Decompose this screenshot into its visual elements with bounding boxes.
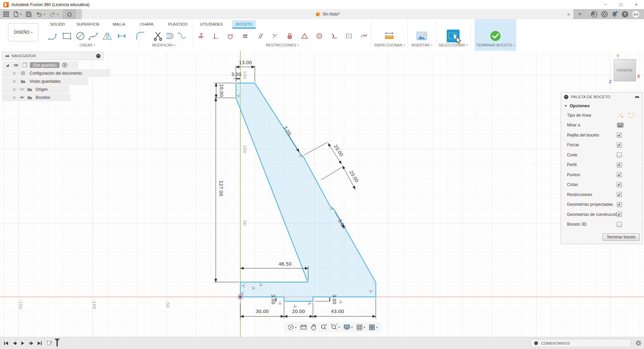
spline-tool-icon[interactable]	[88, 31, 98, 41]
checkbox-puntos[interactable]: ✓	[617, 172, 622, 177]
group-modificar-label[interactable]: MODIFICAR	[152, 43, 173, 47]
comments-bar[interactable]: COMENTARIOS	[530, 339, 631, 347]
timeline-position-marker[interactable]	[54, 339, 61, 349]
centerline-icon[interactable]	[628, 112, 635, 118]
activate-target-icon[interactable]	[62, 63, 67, 68]
undo-caret-icon[interactable]: ▾	[44, 13, 45, 16]
timeline-step-back-button[interactable]	[12, 341, 17, 346]
navigator-minus-icon[interactable]: −	[96, 54, 100, 58]
terminar-boceto-button[interactable]: Terminar boceto	[603, 233, 640, 241]
pan-tool[interactable]	[311, 324, 317, 331]
settings-gear-icon[interactable]	[635, 340, 642, 346]
redo-icon[interactable]	[49, 11, 56, 17]
job-status-icon[interactable]	[591, 11, 598, 18]
tab-superficie[interactable]: SUPERFICIE	[73, 20, 103, 29]
visibility-eye-icon[interactable]	[13, 63, 19, 67]
viewports-tool[interactable]: ▾	[369, 324, 377, 331]
circle-tool-icon[interactable]	[75, 31, 86, 41]
tree-item-vistas-guardadas[interactable]: ▷ Vistas guardadas	[2, 77, 88, 85]
zoom-tool[interactable]	[320, 324, 327, 331]
constraint-midpoint-icon[interactable]	[330, 32, 338, 40]
timeline-go-to-end-button[interactable]	[37, 341, 42, 346]
new-tab-button[interactable]: +	[573, 9, 586, 19]
dim-foot-length[interactable]: 46.50	[279, 261, 292, 267]
dim-bottom-notch[interactable]: 20.00	[292, 309, 305, 314]
dim-notch-depth-left[interactable]: 3.00	[271, 294, 276, 304]
history-clock-icon[interactable]	[601, 11, 608, 18]
checkbox-boceto-3d[interactable]	[617, 222, 622, 227]
tab-utilidades[interactable]: UTILIDADES	[196, 20, 227, 29]
maximize-button[interactable]: □	[613, 0, 629, 9]
timeline-go-to-start-button[interactable]	[3, 341, 9, 346]
line-arc-tool-icon[interactable]	[47, 31, 58, 41]
tree-item-label[interactable]: Configuración del documento	[30, 71, 82, 76]
navigator-collapse-icon[interactable]: ◀◀	[5, 54, 8, 57]
checkbox-restricciones[interactable]: ✓	[617, 192, 622, 197]
constraint-fixed-icon[interactable]	[197, 32, 205, 40]
sketch-dimension-tool-icon[interactable]	[116, 31, 127, 41]
timeline-sketch-feature[interactable]	[46, 340, 52, 346]
dim-left-height[interactable]: 127.00	[218, 180, 224, 196]
trim-scissors-icon[interactable]	[153, 31, 163, 41]
redo-caret-icon[interactable]: ▾	[57, 13, 58, 16]
checkbox-rejilla[interactable]: ✓	[617, 132, 622, 138]
constraint-tangent-icon[interactable]	[227, 32, 234, 40]
app-grid-icon[interactable]	[3, 11, 9, 17]
document-tab[interactable]: Sin título* ×	[82, 9, 573, 19]
notifications-bell-icon[interactable]	[611, 11, 618, 18]
tree-item-configuracion[interactable]: ▷ Configuración del documento	[2, 69, 110, 77]
constraint-curvature-icon[interactable]	[360, 32, 367, 40]
dim-notch-depth-right[interactable]: 3.00	[332, 294, 337, 304]
dim-slant-span-lower[interactable]: 20.00	[348, 169, 360, 183]
tab-malla[interactable]: MALLA	[109, 20, 129, 29]
measure-ruler-icon[interactable]	[384, 31, 395, 41]
constraint-equal-icon[interactable]	[242, 32, 249, 40]
tree-expander-icon[interactable]: ▷	[13, 71, 17, 75]
group-insertar-label[interactable]: INSERTAR	[411, 43, 430, 47]
minimize-button[interactable]: −	[598, 0, 613, 9]
file-menu-caret-icon[interactable]: ▾	[20, 13, 22, 16]
checkbox-geometrias-proyectadas[interactable]: ✓	[617, 202, 622, 207]
origin-point[interactable]	[238, 295, 243, 300]
visibility-eye-icon[interactable]	[19, 95, 25, 99]
timeline-step-forward-button[interactable]	[29, 341, 34, 346]
viewcube[interactable]: FRONTAL	[614, 59, 636, 81]
tab-solido[interactable]: SOLIDO	[46, 20, 68, 29]
edit-spline-icon[interactable]	[176, 31, 187, 41]
home-view-button[interactable]	[63, 9, 76, 19]
grid-settings-tool[interactable]: ▾	[356, 324, 365, 331]
group-inspeccionar-label[interactable]: INSPECCIONAR	[374, 43, 402, 47]
look-at-icon[interactable]	[617, 122, 624, 128]
help-icon[interactable]: ?	[621, 11, 629, 18]
visibility-eye-icon[interactable]	[19, 87, 25, 91]
constraint-polygon-icon[interactable]	[301, 32, 308, 40]
display-settings-tool[interactable]: ▾	[344, 324, 353, 330]
rectangle-tool-icon[interactable]	[62, 31, 72, 41]
undo-icon[interactable]	[36, 11, 42, 17]
constraint-parallel-icon[interactable]	[256, 32, 264, 40]
dim-bottom-left[interactable]: 30.00	[256, 309, 269, 314]
constraint-concentric-icon[interactable]	[316, 32, 323, 40]
tree-expander-icon[interactable]: ▷	[13, 95, 17, 99]
sketch-profile[interactable]	[236, 83, 376, 301]
tree-expander-icon[interactable]: ▷	[13, 87, 17, 91]
constraint-symmetry-icon[interactable]	[345, 32, 353, 40]
tree-item-label[interactable]: Bocetos	[36, 95, 50, 100]
group-crear-label[interactable]: CREAR	[80, 43, 93, 47]
dim-upper-left-edge[interactable]: 10.00	[219, 84, 224, 97]
checkbox-geometrias-construccion[interactable]: ✓	[617, 212, 622, 217]
mirror-tool-icon[interactable]	[102, 31, 113, 41]
fit-view-tool[interactable]: ▾	[331, 324, 340, 331]
constraint-lock-icon[interactable]	[286, 32, 293, 40]
sketch-canvas[interactable]: 13.00 3.00 10.00 127.00 46.50 30.00 20.0…	[0, 51, 644, 337]
look-at-tool[interactable]	[300, 324, 307, 330]
offset-tool-icon[interactable]	[164, 31, 175, 41]
tab-boceto[interactable]: BOCETO	[232, 20, 256, 29]
root-document-label[interactable]: (Sin guardar)	[30, 62, 59, 68]
insert-image-icon[interactable]	[416, 31, 428, 41]
checkbox-cotas[interactable]: ✓	[617, 182, 622, 187]
construction-line-icon[interactable]	[617, 112, 623, 119]
user-avatar[interactable]: BM	[632, 10, 640, 18]
group-restricciones-label[interactable]: RESTRICCIONES	[266, 43, 296, 47]
dim-axis-offset[interactable]: 3.00	[231, 72, 241, 77]
